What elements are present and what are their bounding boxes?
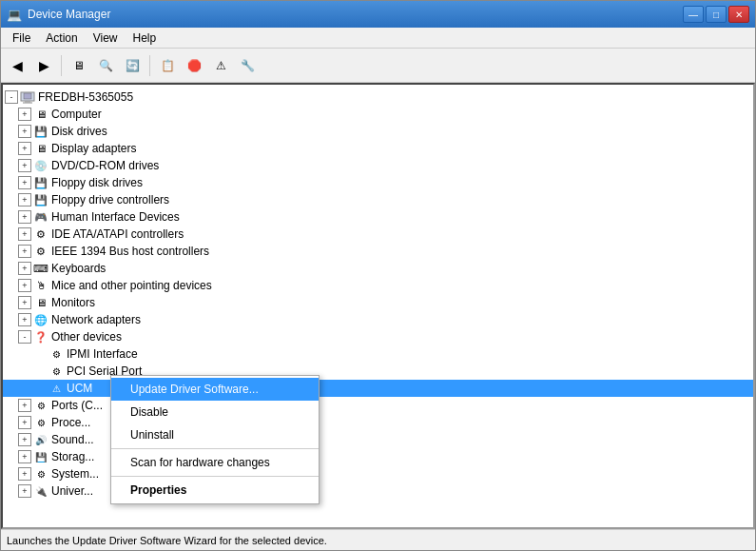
process-expander[interactable]: + — [18, 416, 31, 429]
ipmi-icon: ⚙ — [48, 346, 64, 362]
ucm-label: UCM — [67, 382, 92, 395]
tree-item-mice[interactable]: + 🖱 Mice and other pointing devices — [3, 277, 753, 294]
tree-item-dvd[interactable]: + 💿 DVD/CD-ROM drives — [3, 157, 753, 174]
computer-label: Computer — [51, 108, 102, 121]
title-bar: 💻 Device Manager — □ ✕ — [1, 1, 755, 28]
ide-label: IDE ATA/ATAPI controllers — [51, 227, 184, 241]
keyboards-label: Keyboards — [51, 262, 106, 275]
ctx-scan[interactable]: Scan for hardware changes — [111, 451, 319, 474]
view3-button[interactable]: ⚠ — [208, 53, 233, 78]
toolbar: ◀ ▶ 🖥 🔍 🔄 📋 🛑 ⚠ 🔧 — [1, 49, 755, 83]
svg-rect-3 — [23, 103, 32, 104]
menu-file[interactable]: File — [5, 30, 38, 47]
storage-expander[interactable]: + — [18, 450, 31, 463]
ide-expander[interactable]: + — [18, 227, 31, 241]
ctx-separator-1 — [111, 448, 319, 449]
device-manager-window: 💻 Device Manager — □ ✕ File Action View … — [0, 0, 756, 551]
root-expander[interactable]: - — [5, 90, 18, 104]
ctx-disable[interactable]: Disable — [111, 401, 319, 423]
floppy2-label: Floppy drive controllers — [51, 193, 169, 207]
tree-item-ipmi[interactable]: ⚙ IPMI Interface — [3, 345, 753, 363]
back-button[interactable]: ◀ — [5, 53, 29, 78]
monitors-icon: 🖥 — [33, 295, 48, 310]
sound-label: Sound... — [51, 433, 94, 446]
maximize-button[interactable]: □ — [706, 6, 727, 23]
ctx-uninstall[interactable]: Uninstall — [111, 423, 319, 446]
other-expander[interactable]: - — [18, 330, 31, 344]
hid-icon: 🎮 — [33, 209, 48, 225]
dvd-expander[interactable]: + — [18, 159, 31, 172]
ports-icon: ⚙ — [33, 398, 48, 413]
tree-item-floppy[interactable]: + 💾 Floppy disk drives — [3, 174, 753, 191]
floppy2-icon: 💾 — [33, 192, 48, 207]
ctx-update-driver[interactable]: Update Driver Software... — [111, 378, 319, 401]
ieee-expander[interactable]: + — [18, 245, 31, 258]
view2-button[interactable]: 🛑 — [182, 53, 206, 78]
tree-item-ide[interactable]: + ⚙ IDE ATA/ATAPI controllers — [3, 226, 753, 243]
menu-help[interactable]: Help — [126, 30, 165, 47]
network-icon: 🌐 — [33, 312, 48, 327]
mice-icon: 🖱 — [33, 278, 48, 293]
ide-icon: ⚙ — [33, 226, 48, 242]
computer-icon: 🖥 — [33, 107, 48, 122]
ctx-properties[interactable]: Properties — [111, 479, 319, 502]
floppy-icon: 💾 — [33, 175, 48, 190]
display-expander[interactable]: + — [18, 142, 31, 155]
ieee-label: IEEE 1394 Bus host controllers — [51, 245, 209, 258]
ports-expander[interactable]: + — [18, 399, 31, 412]
network-expander[interactable]: + — [18, 313, 31, 326]
close-button[interactable]: ✕ — [728, 6, 749, 23]
disk-expander[interactable]: + — [18, 125, 31, 138]
refresh-button[interactable]: 🔄 — [120, 53, 145, 78]
tree-item-floppy2[interactable]: + 💾 Floppy drive controllers — [3, 191, 753, 208]
monitors-label: Monitors — [51, 296, 95, 309]
system-expander[interactable]: + — [18, 467, 31, 481]
floppy-expander[interactable]: + — [18, 176, 31, 189]
other-icon: ❓ — [33, 329, 48, 344]
univer-expander[interactable]: + — [18, 484, 31, 498]
view1-button[interactable]: 📋 — [155, 53, 180, 78]
floppy2-expander[interactable]: + — [18, 193, 31, 207]
main-content: - FREDBH-5365055 + 🖥 Computer — [1, 83, 755, 529]
sound-expander[interactable]: + — [18, 433, 31, 446]
menu-action[interactable]: Action — [38, 30, 85, 47]
tree-item-ieee[interactable]: + ⚙ IEEE 1394 Bus host controllers — [3, 243, 753, 260]
storage-label: Storag... — [51, 450, 94, 463]
process-icon: ⚙ — [33, 415, 48, 430]
root-label: FREDBH-5365055 — [38, 90, 133, 104]
scan-button[interactable]: 🔍 — [93, 53, 118, 78]
mice-expander[interactable]: + — [18, 279, 31, 292]
tree-item-hid[interactable]: + 🎮 Human Interface Devices — [3, 208, 753, 226]
root-icon — [20, 89, 35, 105]
tree-item-disk[interactable]: + 💾 Disk drives — [3, 123, 753, 140]
title-bar-left: 💻 Device Manager — [7, 8, 110, 22]
pci-icon: ⚙ — [48, 364, 64, 379]
monitors-expander[interactable]: + — [18, 296, 31, 309]
forward-button[interactable]: ▶ — [31, 53, 56, 78]
keyboards-expander[interactable]: + — [18, 262, 31, 275]
tree-item-keyboards[interactable]: + ⌨ Keyboards — [3, 260, 753, 277]
tree-item-computer[interactable]: + 🖥 Computer — [3, 106, 753, 123]
ipmi-expander-placeholder — [33, 347, 47, 361]
computer-expander[interactable]: + — [18, 108, 31, 121]
tree-panel[interactable]: - FREDBH-5365055 + 🖥 Computer — [3, 85, 753, 527]
view4-button[interactable]: 🔧 — [235, 53, 260, 78]
context-menu: Update Driver Software... Disable Uninst… — [110, 375, 320, 504]
pci-expander-placeholder — [33, 364, 47, 378]
system-label: System... — [51, 467, 99, 481]
hid-expander[interactable]: + — [18, 210, 31, 224]
univer-label: Univer... — [51, 484, 93, 498]
tree-item-other[interactable]: - ❓ Other devices — [3, 328, 753, 345]
minimize-button[interactable]: — — [683, 6, 704, 23]
tree-item-network[interactable]: + 🌐 Network adapters — [3, 311, 753, 328]
tree-item-root[interactable]: - FREDBH-5365055 — [3, 89, 753, 106]
ucm-expander-placeholder — [33, 382, 47, 395]
window-title: Device Manager — [28, 8, 110, 21]
ctx-separator-2 — [111, 476, 319, 477]
tree-item-monitors[interactable]: + 🖥 Monitors — [3, 294, 753, 311]
system-icon: ⚙ — [33, 466, 48, 482]
properties-button[interactable]: 🖥 — [67, 53, 91, 78]
status-text: Launches the Update Driver Software Wiza… — [7, 535, 327, 546]
menu-view[interactable]: View — [86, 30, 126, 47]
tree-item-display[interactable]: + 🖥 Display adapters — [3, 140, 753, 157]
